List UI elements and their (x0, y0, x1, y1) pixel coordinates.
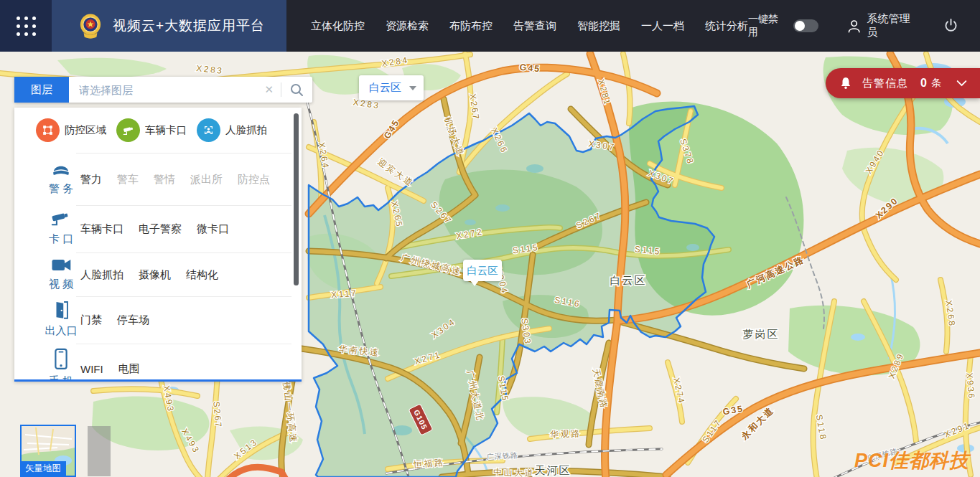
logo-section: 视频云+大数据应用平台 (52, 0, 286, 52)
user-menu[interactable]: 系统管理员 (847, 12, 919, 39)
layer-option[interactable]: 防控点 (238, 172, 270, 186)
alarm-unit: 条 (931, 77, 941, 90)
layer-search-input[interactable] (69, 84, 257, 96)
quick-layer-vehicle-checkpoint[interactable]: 车辆卡口 (116, 118, 187, 142)
power-icon (943, 18, 958, 34)
region-selector-value: 白云区 (369, 81, 409, 95)
layer-option[interactable]: 摄像机 (139, 268, 171, 281)
district-tooltip[interactable]: 白云区 (463, 260, 502, 281)
svg-text:萝岗区: 萝岗区 (743, 328, 780, 340)
police-cap-icon (50, 161, 72, 177)
category-phone[interactable]: 手 机 (40, 347, 82, 382)
svg-text:华观路: 华观路 (550, 428, 582, 440)
nav-right-cluster: 一键禁用 系统管理员 (748, 12, 958, 39)
layer-search-bar: 图层 ✕ (14, 77, 312, 103)
layer-option[interactable]: 警车 (117, 172, 139, 186)
nav-item[interactable]: 统计分析 (705, 19, 748, 33)
category-row-checkpoint: 卡 口 车辆卡口电子警察微卡口 (14, 205, 302, 252)
svg-text:天河区: 天河区 (535, 464, 571, 476)
category-row-entrance: 出入口 门禁停车场 (14, 296, 302, 344)
alarm-banner[interactable]: 告警信息 0 条 (826, 68, 980, 98)
layer-option[interactable]: 电围 (118, 362, 140, 376)
quick-layer-defense-area[interactable]: 防控区域 (36, 118, 106, 142)
layer-option[interactable]: 派出所 (190, 172, 223, 186)
region-selector[interactable]: 白云区 (359, 75, 424, 100)
area-zone-icon (36, 118, 60, 142)
video-camera-icon (50, 257, 72, 273)
cctv-camera-icon (50, 209, 72, 228)
category-row-video: 视 频 人脸抓拍摄像机结构化 (14, 252, 302, 296)
basemap-alt-thumbnail[interactable] (88, 426, 111, 476)
category-entrance[interactable]: 出入口 (40, 300, 82, 338)
layer-option[interactable]: 停车场 (117, 313, 149, 327)
layer-option[interactable]: 门禁 (80, 313, 102, 327)
face-capture-icon (197, 118, 220, 142)
app-title: 视频云+大数据应用平台 (113, 16, 265, 35)
minimap[interactable]: 矢量地图 (20, 425, 76, 477)
nav-item[interactable]: 告警查询 (513, 19, 556, 33)
svg-text:白云区: 白云区 (610, 274, 647, 286)
nav-item[interactable]: 布防布控 (449, 19, 493, 33)
nav-item[interactable]: 智能挖掘 (577, 19, 620, 33)
category-checkpoint[interactable]: 卡 口 (40, 209, 82, 246)
app-window: X284X283X283G45G45X267X266X264X265迎宾大道机场… (0, 0, 980, 477)
alarm-expand-chevron[interactable] (956, 80, 967, 87)
user-icon (847, 19, 861, 34)
category-video[interactable]: 视 频 (40, 257, 82, 291)
layer-option[interactable]: 电子警察 (139, 222, 182, 236)
alarm-label: 告警信息 (862, 77, 908, 90)
door-icon (52, 300, 70, 320)
category-row-police: 警 务 警力警车警情派出所防控点 (14, 153, 302, 205)
chevron-down-icon (409, 86, 416, 90)
quick-layers-row: 防控区域 车辆卡口 (14, 108, 302, 153)
layer-option[interactable]: 人脸抓拍 (80, 268, 123, 281)
toggle-knob (795, 21, 805, 31)
logout-button[interactable] (943, 18, 958, 34)
bell-icon (840, 77, 851, 90)
quick-layer-face-capture[interactable]: 人脸抓拍 (197, 118, 267, 142)
svg-text:广深铁路: 广深铁路 (487, 451, 519, 461)
phone-icon (53, 347, 69, 370)
svg-text:中山大道: 中山大道 (493, 467, 535, 477)
layer-tab[interactable]: 图层 (14, 77, 69, 103)
quick-disable-label: 一键禁用 (748, 13, 787, 39)
layer-option[interactable]: 警情 (154, 172, 175, 186)
layer-option[interactable]: 车辆卡口 (80, 222, 123, 236)
main-nav: 立体化防控资源检索布防布控告警查询智能挖掘一人一档统计分析 (311, 19, 748, 33)
svg-text:X117: X117 (331, 288, 358, 301)
category-row-phone: 手 机 WIFI电围 (14, 344, 302, 382)
layer-option[interactable]: 微卡口 (197, 222, 229, 236)
layer-option[interactable]: 警力 (80, 172, 102, 186)
layer-panel: 防控区域 车辆卡口 (14, 108, 302, 382)
vendor-watermark: PCI佳都科技 (854, 448, 969, 473)
minimap-label: 矢量地图 (20, 461, 66, 477)
nav-item[interactable]: 一人一档 (641, 19, 684, 33)
layer-option[interactable]: WIFI (80, 363, 103, 375)
panel-scrollbar[interactable] (294, 113, 299, 285)
grid-apps-icon (17, 16, 36, 36)
apps-menu-button[interactable] (0, 0, 52, 52)
nav-item[interactable]: 资源检索 (386, 19, 429, 33)
clear-search-icon[interactable]: ✕ (257, 83, 281, 96)
vehicle-checkpoint-icon (116, 118, 140, 142)
alarm-count: 0 (920, 77, 927, 90)
quick-disable-toggle[interactable] (793, 19, 818, 32)
police-badge-logo (79, 12, 102, 39)
username: 系统管理员 (867, 12, 919, 39)
nav-item[interactable]: 立体化防控 (311, 19, 365, 33)
top-bar: 视频云+大数据应用平台 立体化防控资源检索布防布控告警查询智能挖掘一人一档统计分… (0, 0, 980, 52)
search-icon[interactable] (281, 83, 312, 97)
layer-option[interactable]: 结构化 (186, 268, 218, 281)
category-police[interactable]: 警 务 (40, 161, 82, 195)
